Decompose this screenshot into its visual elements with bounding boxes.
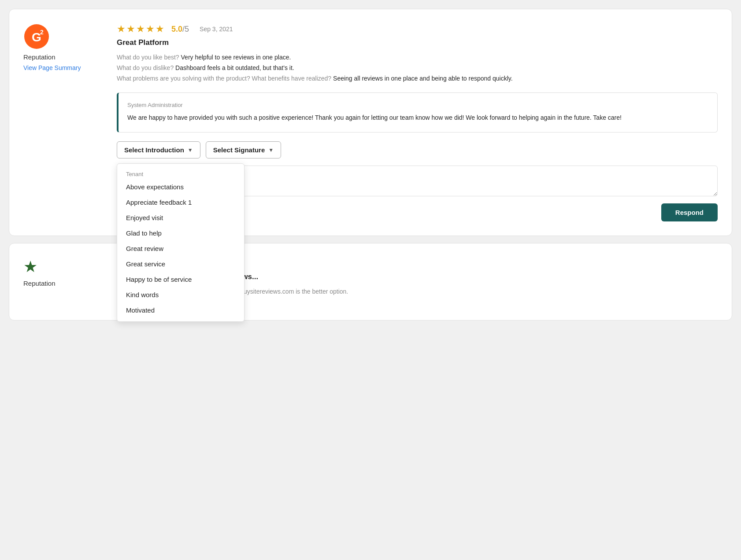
review-title-1: Great Platform bbox=[117, 38, 718, 47]
select-introduction-dropdown[interactable]: Select Introduction ▼ bbox=[117, 141, 200, 158]
dropdown-item-5[interactable]: Great service bbox=[117, 256, 244, 272]
star-1: ★ bbox=[117, 23, 126, 35]
dropdown-item-0[interactable]: Above expectations bbox=[117, 179, 244, 195]
dropdown-item-4[interactable]: Great review bbox=[117, 241, 244, 256]
response-box-1: System Administratior We are happy to ha… bbox=[117, 92, 718, 133]
svg-text:2: 2 bbox=[40, 29, 44, 36]
intro-label: Select Introduction bbox=[124, 146, 184, 154]
review-header-1: ★ ★ ★ ★ ★ 5.0/5 Sep 3, 2021 bbox=[117, 23, 718, 35]
q2-answer: Dashboard feels a bit outdated, but that… bbox=[174, 64, 294, 71]
star-3: ★ bbox=[136, 23, 145, 35]
dropdown-item-1[interactable]: Appreciate feedback 1 bbox=[117, 195, 244, 210]
g2-logo: G 2 bbox=[23, 23, 50, 50]
dropdown-item-2[interactable]: Enjoyed visit bbox=[117, 210, 244, 225]
q3-answer: Seeing all reviews in one place and bein… bbox=[331, 75, 512, 82]
star-rating-1: ★ ★ ★ ★ ★ bbox=[117, 23, 164, 35]
sig-label: Select Signature bbox=[213, 146, 265, 154]
q2-label: What do you dislike? bbox=[117, 64, 174, 71]
chevron-down-icon-intro: ▼ bbox=[188, 147, 193, 153]
reputation-label-2: Reputation bbox=[23, 280, 56, 287]
rating-value-1: 5.0/5 bbox=[171, 25, 189, 34]
dropdown-item-8[interactable]: Motivated bbox=[117, 302, 244, 318]
green-star-icon: ★ bbox=[23, 258, 37, 276]
response-controls: Select Introduction ▼ Select Signature ▼… bbox=[117, 141, 718, 158]
star-2: ★ bbox=[126, 23, 135, 35]
q3-label: What problems are you solving with the p… bbox=[117, 75, 331, 82]
chevron-down-icon-sig: ▼ bbox=[268, 147, 274, 153]
review-date-1: Sep 3, 2021 bbox=[200, 26, 233, 33]
right-panel-1: ★ ★ ★ ★ ★ 5.0/5 Sep 3, 2021 Great Platfo… bbox=[117, 23, 718, 221]
review-body-1: What do you like best? Very helpful to s… bbox=[117, 52, 718, 84]
response-author-1: System Administratior bbox=[127, 102, 708, 108]
dropdown-group-label: Tenant bbox=[117, 167, 244, 179]
rating-number-1: 5.0 bbox=[171, 25, 182, 33]
select-signature-dropdown[interactable]: Select Signature ▼ bbox=[206, 141, 281, 158]
introduction-dropdown-menu: Tenant Above expectations Appreciate fee… bbox=[117, 163, 245, 322]
view-page-summary-link[interactable]: View Page Summary bbox=[23, 64, 81, 71]
dropdown-item-6[interactable]: Happy to be of service bbox=[117, 272, 244, 287]
respond-button[interactable]: Respond bbox=[661, 203, 718, 221]
response-text-1: We are happy to have provided you with s… bbox=[127, 113, 708, 123]
left-panel-1: G 2 Reputation View Page Summary bbox=[23, 23, 103, 221]
star-5: ★ bbox=[156, 23, 164, 35]
dropdown-item-7[interactable]: Kind words bbox=[117, 287, 244, 302]
q1-answer: Very helpful to see reviews in one place… bbox=[179, 54, 291, 61]
star-4: ★ bbox=[146, 23, 155, 35]
rating-max-1: 5 bbox=[185, 25, 189, 33]
q1-label: What do you like best? bbox=[117, 54, 179, 61]
review-card-1: G 2 Reputation View Page Summary ★ ★ ★ ★… bbox=[9, 9, 732, 236]
reputation-label-1: Reputation bbox=[23, 53, 56, 61]
dropdown-item-3[interactable]: Glad to help bbox=[117, 225, 244, 241]
left-panel-2: ★ Reputation bbox=[23, 258, 103, 306]
